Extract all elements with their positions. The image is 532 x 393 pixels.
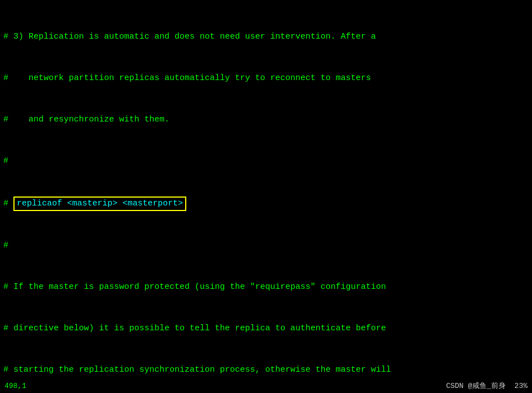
line-5: # replicaof <masterip> <masterport> [3, 196, 529, 212]
line-7: # If the master is password protected (u… [3, 280, 529, 294]
highlight-replicaof: replicaof <masterip> <masterport> [13, 196, 186, 212]
line-1: # 3) Replication is automatic and does n… [3, 30, 529, 44]
line-2: # network partition replicas automatical… [3, 72, 529, 86]
line-8: # directive below) it is possible to tel… [3, 322, 529, 336]
status-bar-right: CSDN @咸鱼_前身 23% [441, 379, 532, 393]
line-3: # and resynchronize with them. [3, 113, 529, 127]
line-4: # [3, 155, 529, 169]
code-content: # 3) Replication is automatic and does n… [3, 2, 529, 393]
line-9: # starting the replication synchronizati… [3, 363, 529, 377]
status-bar-position: 498,1 [0, 379, 31, 393]
editor-area: # 3) Replication is automatic and does n… [0, 0, 532, 393]
line-6: # [3, 239, 529, 253]
